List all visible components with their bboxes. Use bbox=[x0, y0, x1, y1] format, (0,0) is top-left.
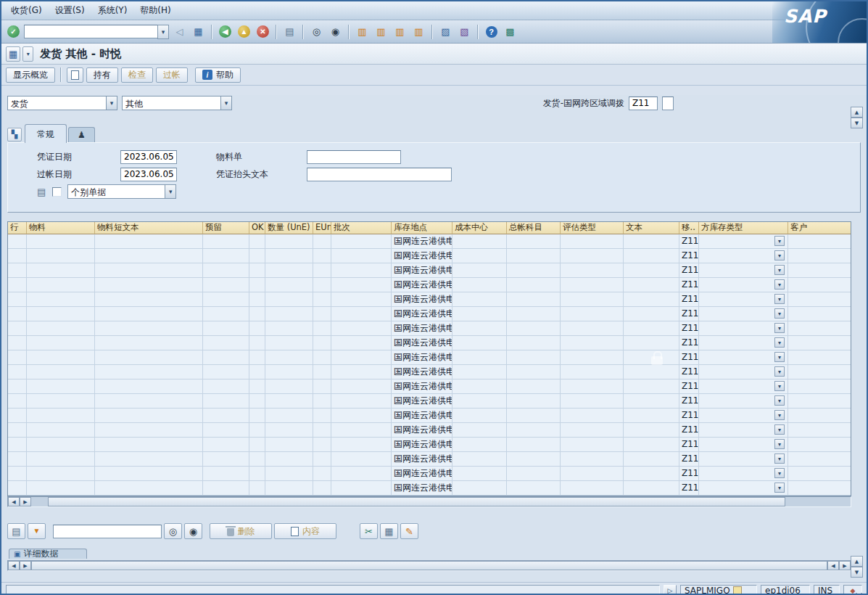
column-header[interactable]: EUn bbox=[313, 222, 331, 234]
cell-movement-type[interactable]: Z11 bbox=[679, 394, 699, 409]
cell-valuation-type[interactable] bbox=[561, 234, 624, 249]
cell-gl-account[interactable] bbox=[507, 336, 561, 350]
cell-stock-type[interactable]: ▾ bbox=[699, 423, 788, 438]
cell-batch[interactable] bbox=[331, 394, 392, 409]
cell-quantity[interactable] bbox=[265, 438, 313, 452]
cell-text[interactable] bbox=[624, 423, 679, 438]
services-button[interactable]: ▦ bbox=[6, 46, 20, 62]
posting-date-input[interactable] bbox=[120, 168, 177, 181]
cell-text[interactable] bbox=[624, 263, 679, 278]
cell-batch[interactable] bbox=[331, 307, 392, 321]
cell-stock-type[interactable]: ▾ bbox=[699, 409, 788, 423]
cell-stock-type[interactable]: ▾ bbox=[699, 365, 788, 379]
command-input[interactable] bbox=[24, 25, 157, 38]
cell-eun[interactable] bbox=[313, 234, 331, 249]
cell-valuation-type[interactable] bbox=[561, 467, 624, 481]
item-find-next-button[interactable]: ◉ bbox=[184, 523, 202, 539]
cell-quantity[interactable] bbox=[265, 278, 313, 292]
server-field[interactable]: ep1di06 bbox=[761, 585, 810, 595]
cell-material-text[interactable] bbox=[95, 321, 203, 336]
cell-customer[interactable] bbox=[788, 438, 851, 452]
cell-line[interactable] bbox=[8, 365, 27, 379]
cell-ok[interactable] bbox=[249, 379, 265, 394]
cell-movement-type[interactable]: Z11 bbox=[679, 307, 699, 321]
action-dropdown-icon[interactable]: ▾ bbox=[106, 96, 117, 110]
stock-type-dropdown-icon[interactable]: ▾ bbox=[774, 454, 785, 464]
cell-quantity[interactable] bbox=[265, 365, 313, 379]
cell-text[interactable] bbox=[624, 481, 679, 496]
cell-gl-account[interactable] bbox=[507, 350, 561, 365]
message-list-button[interactable]: ▷ bbox=[664, 585, 677, 595]
column-header[interactable]: 总帐科目 bbox=[507, 222, 561, 234]
item-find-button[interactable]: ◎ bbox=[164, 523, 182, 539]
cell-customer[interactable] bbox=[788, 379, 851, 394]
cell-valuation-type[interactable] bbox=[561, 249, 624, 263]
tab-partner[interactable]: ♟ bbox=[68, 127, 95, 142]
cell-movement-type[interactable]: Z11 bbox=[679, 365, 699, 379]
cell-gl-account[interactable] bbox=[507, 467, 561, 481]
column-header[interactable]: 批次 bbox=[331, 222, 392, 234]
collapse-command-field-icon[interactable]: ◁ bbox=[171, 23, 188, 40]
slip-type-combobox[interactable]: 个别单据 ▾ bbox=[67, 184, 176, 199]
cell-text[interactable] bbox=[624, 409, 679, 423]
cell-reservation[interactable] bbox=[203, 278, 249, 292]
cell-stock-type[interactable]: ▾ bbox=[699, 234, 788, 249]
stock-type-dropdown-icon[interactable]: ▾ bbox=[774, 424, 785, 435]
cell-stock-type[interactable]: ▾ bbox=[699, 263, 788, 278]
cell-cost-center[interactable] bbox=[452, 409, 507, 423]
cell-gl-account[interactable] bbox=[507, 394, 561, 409]
cell-ok[interactable] bbox=[249, 336, 265, 350]
doc-date-input[interactable] bbox=[120, 150, 177, 164]
cell-reservation[interactable] bbox=[203, 249, 249, 263]
cell-text[interactable] bbox=[624, 467, 679, 481]
cell-cost-center[interactable] bbox=[452, 234, 507, 249]
cell-material[interactable] bbox=[27, 379, 95, 394]
cell-material-text[interactable] bbox=[95, 452, 203, 467]
column-header[interactable]: 成本中心 bbox=[452, 222, 507, 234]
cell-line[interactable] bbox=[8, 292, 27, 307]
cell-line[interactable] bbox=[8, 379, 27, 394]
tab-general[interactable]: 常规 bbox=[25, 124, 67, 143]
cell-text[interactable] bbox=[624, 249, 679, 263]
enter-button[interactable]: ✓ bbox=[5, 23, 22, 40]
cell-ok[interactable] bbox=[249, 249, 265, 263]
stock-type-dropdown-icon[interactable]: ▾ bbox=[774, 366, 785, 377]
cell-line[interactable] bbox=[8, 452, 27, 467]
cell-material-text[interactable] bbox=[95, 292, 203, 307]
cell-customer[interactable] bbox=[788, 452, 851, 467]
cell-storage-location[interactable]: 国网连云港供电 bbox=[392, 409, 452, 423]
cell-text[interactable] bbox=[624, 307, 679, 321]
column-header[interactable]: 评估类型 bbox=[561, 222, 624, 234]
cell-reservation[interactable] bbox=[203, 307, 249, 321]
cell-text[interactable] bbox=[624, 336, 679, 350]
cell-cost-center[interactable] bbox=[452, 249, 507, 263]
cell-ok[interactable] bbox=[249, 394, 265, 409]
reference-combobox[interactable]: 其他 ▾ bbox=[122, 96, 232, 110]
cell-reservation[interactable] bbox=[203, 438, 249, 452]
cell-text[interactable] bbox=[624, 292, 679, 307]
column-header[interactable]: 库存地点 bbox=[392, 222, 452, 234]
cell-movement-type[interactable]: Z11 bbox=[679, 423, 699, 438]
cell-batch[interactable] bbox=[331, 365, 392, 379]
cell-eun[interactable] bbox=[313, 263, 331, 278]
column-header[interactable]: 方库存类型 bbox=[699, 222, 788, 234]
cell-eun[interactable] bbox=[313, 438, 331, 452]
menu-item[interactable]: 设置(S) bbox=[49, 1, 91, 20]
cell-cost-center[interactable] bbox=[452, 379, 507, 394]
cell-valuation-type[interactable] bbox=[561, 452, 624, 467]
cell-reservation[interactable] bbox=[203, 321, 249, 336]
cell-material-text[interactable] bbox=[95, 467, 203, 481]
check-button[interactable]: 检查 bbox=[121, 67, 153, 83]
cell-material[interactable] bbox=[27, 263, 95, 278]
cell-gl-account[interactable] bbox=[507, 379, 561, 394]
cell-ok[interactable] bbox=[249, 234, 265, 249]
cell-quantity[interactable] bbox=[265, 379, 313, 394]
cell-material[interactable] bbox=[27, 307, 95, 321]
cell-customer[interactable] bbox=[788, 307, 851, 321]
cell-gl-account[interactable] bbox=[507, 409, 561, 423]
display-overview-button[interactable]: 显示概览 bbox=[6, 67, 55, 83]
find-button[interactable]: ◎ bbox=[308, 23, 325, 40]
column-header[interactable]: 移.. bbox=[679, 222, 699, 234]
header-text-input[interactable] bbox=[307, 168, 452, 181]
cell-gl-account[interactable] bbox=[507, 249, 561, 263]
